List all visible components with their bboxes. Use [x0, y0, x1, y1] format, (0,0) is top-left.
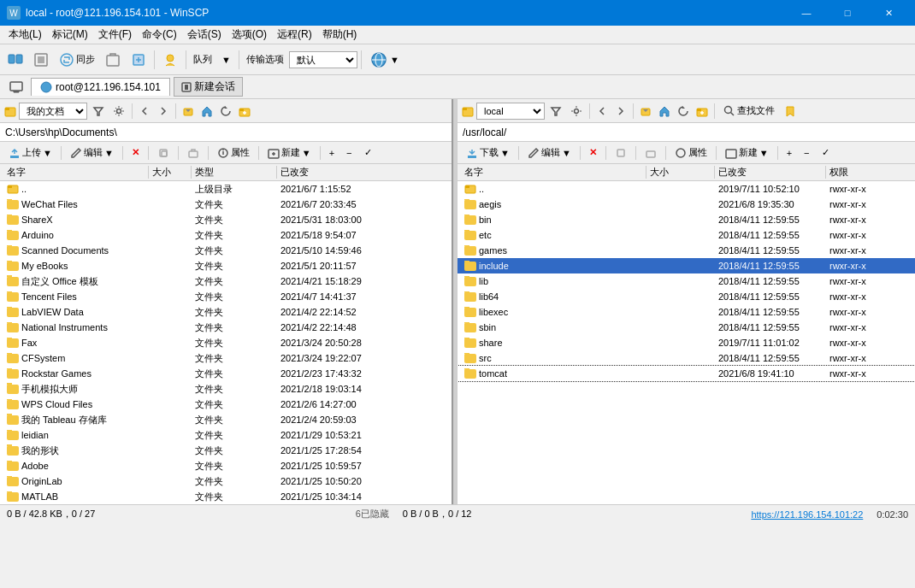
right-file-row[interactable]: lib642018/4/11 12:59:55rwxr-xr-x: [458, 289, 915, 304]
right-remove-button[interactable]: −: [799, 144, 814, 162]
right-col-name[interactable]: 名字: [461, 166, 646, 179]
toolbar-btn5[interactable]: [158, 49, 182, 71]
left-properties-button[interactable]: 属性: [212, 144, 255, 162]
left-file-row[interactable]: ..上级目录2021/6/7 1:15:52: [0, 181, 452, 197]
right-file-row[interactable]: bin2018/4/11 12:59:55rwxr-xr-x: [458, 212, 915, 227]
toolbar-btn2[interactable]: [29, 49, 53, 71]
left-col-date[interactable]: 已改变: [277, 166, 388, 179]
left-home-btn[interactable]: [198, 103, 215, 120]
left-refresh-btn[interactable]: [217, 103, 234, 120]
left-new-button[interactable]: 新建 ▼: [263, 144, 316, 162]
right-file-row[interactable]: etc2018/4/11 12:59:55rwxr-xr-x: [458, 227, 915, 243]
right-check-button[interactable]: ✓: [817, 144, 835, 162]
find-files-button[interactable]: 查找文件: [718, 103, 780, 120]
toolbar-btn1[interactable]: [3, 49, 27, 71]
globe-button[interactable]: ▼: [365, 49, 404, 71]
right-copy-button[interactable]: [610, 144, 632, 162]
menu-remote[interactable]: 远程(R): [272, 26, 317, 44]
left-file-row[interactable]: Adobe文件夹2021/1/25 10:59:57: [0, 458, 452, 473]
left-file-row[interactable]: Tencent Files文件夹2021/4/7 14:41:37: [0, 289, 452, 304]
left-file-row[interactable]: My eBooks文件夹2021/5/1 20:11:57: [0, 258, 452, 273]
left-file-row[interactable]: Rockstar Games文件夹2021/2/23 17:43:32: [0, 366, 452, 381]
left-file-row[interactable]: CFSystem文件夹2021/3/24 19:22:07: [0, 350, 452, 366]
right-col-date[interactable]: 已改变: [715, 166, 826, 179]
left-file-row[interactable]: 手机模拟大师文件夹2021/2/18 19:03:14: [0, 381, 452, 397]
left-col-type[interactable]: 类型: [192, 166, 277, 179]
left-back-btn[interactable]: [136, 103, 153, 120]
left-file-row[interactable]: WPS Cloud Files文件夹2021/2/6 14:27:00: [0, 397, 452, 412]
left-edit-button[interactable]: 编辑 ▼: [65, 144, 119, 162]
minimize-button[interactable]: —: [787, 0, 826, 26]
menu-local[interactable]: 本地(L): [3, 26, 47, 44]
left-settings-btn[interactable]: [109, 102, 128, 121]
right-file-row[interactable]: ..2019/7/11 10:52:10rwxr-xr-x: [458, 181, 915, 197]
download-button[interactable]: 下载 ▼: [461, 144, 515, 162]
left-path-dropdown[interactable]: 我的文档: [19, 103, 87, 120]
left-delete-button[interactable]: ✕: [127, 144, 145, 162]
menu-command[interactable]: 命令(C): [137, 26, 182, 44]
left-file-row[interactable]: OriginLab文件夹2021/1/25 10:50:20: [0, 473, 452, 489]
right-filter-btn[interactable]: [546, 102, 565, 121]
right-path-dropdown[interactable]: local: [476, 103, 545, 120]
right-file-list[interactable]: 名字 大小 已改变 权限 ..2019/7/11 10:52:10rwxr-xr…: [458, 164, 915, 504]
right-new-button[interactable]: 新建 ▼: [720, 144, 774, 162]
right-delete-button[interactable]: ✕: [584, 144, 602, 162]
right-move-button[interactable]: [640, 144, 662, 162]
maximize-button[interactable]: □: [828, 0, 867, 26]
right-file-row[interactable]: aegis2021/6/8 19:35:30rwxr-xr-x: [458, 197, 915, 212]
menu-help[interactable]: 帮助(H): [317, 26, 363, 44]
right-forward-btn[interactable]: [612, 103, 629, 120]
right-file-row[interactable]: include2018/4/11 12:59:55rwxr-xr-x: [458, 258, 915, 273]
queue-dropdown[interactable]: ▼: [217, 49, 235, 71]
left-file-row[interactable]: Arduino文件夹2021/5/18 9:54:07: [0, 227, 452, 243]
left-copy-button[interactable]: [152, 144, 174, 162]
right-add-button[interactable]: +: [782, 144, 797, 162]
right-up-btn[interactable]: [637, 103, 654, 120]
right-file-row[interactable]: share2019/7/11 11:01:02rwxr-xr-x: [458, 335, 915, 350]
left-file-row[interactable]: Fax文件夹2021/3/24 20:50:28: [0, 335, 452, 350]
right-settings-btn[interactable]: [567, 102, 586, 121]
right-back-btn[interactable]: [593, 103, 611, 120]
right-col-perm[interactable]: 权限: [826, 166, 912, 179]
left-file-row[interactable]: 我的形状文件夹2021/1/25 17:28:54: [0, 443, 452, 458]
right-properties-button[interactable]: 属性: [670, 144, 712, 162]
left-file-row[interactable]: Scanned Documents文件夹2021/5/10 14:59:46: [0, 243, 452, 258]
sftp-link[interactable]: https://121.196.154.101:22: [744, 509, 870, 520]
right-file-row[interactable]: src2018/4/11 12:59:55rwxr-xr-x: [458, 350, 915, 366]
left-file-row[interactable]: National Instruments文件夹2021/4/2 22:14:48: [0, 320, 452, 335]
right-bookmark-btn[interactable]: [782, 103, 799, 120]
menu-file[interactable]: 文件(F): [93, 26, 137, 44]
right-refresh-btn[interactable]: [675, 103, 692, 120]
left-file-row[interactable]: LabVIEW Data文件夹2021/4/2 22:14:52: [0, 304, 452, 320]
left-file-row[interactable]: MATLAB文件夹2021/1/25 10:34:14: [0, 489, 452, 504]
menu-options[interactable]: 选项(O): [227, 26, 272, 44]
left-file-row[interactable]: leidian文件夹2021/1/29 10:53:21: [0, 427, 452, 443]
toolbar-btn4[interactable]: [127, 49, 151, 71]
new-session-button[interactable]: 新建会话: [174, 77, 243, 97]
transfer-dropdown[interactable]: 默认: [289, 51, 357, 68]
left-file-row[interactable]: 我的 Tableau 存储库文件夹2021/2/4 20:59:03: [0, 412, 452, 427]
left-filter-btn[interactable]: [89, 102, 108, 121]
left-remove-button[interactable]: −: [341, 144, 357, 162]
right-edit-button[interactable]: 编辑 ▼: [522, 144, 576, 162]
left-move-button[interactable]: [182, 144, 204, 162]
left-up-btn[interactable]: [180, 103, 197, 120]
left-file-list[interactable]: 名字 大小 类型 已改变 ..上级目录2021/6/7 1:15:52WeCha…: [0, 164, 452, 504]
left-file-row[interactable]: WeChat Files文件夹2021/6/7 20:33:45: [0, 197, 452, 212]
close-button[interactable]: ✕: [869, 0, 908, 26]
toolbar-btn3[interactable]: [101, 49, 125, 71]
left-col-name[interactable]: 名字: [3, 166, 149, 179]
sync-button[interactable]: 同步: [55, 49, 99, 71]
right-file-row[interactable]: lib2018/4/11 12:59:55rwxr-xr-x: [458, 273, 915, 289]
right-file-row[interactable]: libexec2018/4/11 12:59:55rwxr-xr-x: [458, 304, 915, 320]
left-check-button[interactable]: ✓: [359, 144, 377, 162]
right-new-folder-btn[interactable]: [694, 103, 711, 120]
upload-button[interactable]: 上传 ▼: [3, 144, 57, 162]
right-home-btn[interactable]: [656, 103, 673, 120]
right-file-row[interactable]: tomcat2021/6/8 19:41:10rwxr-xr-x: [458, 366, 915, 381]
left-file-row[interactable]: ShareX文件夹2021/5/31 18:03:00: [0, 212, 452, 227]
menu-mark[interactable]: 标记(M): [47, 26, 93, 44]
right-col-size[interactable]: 大小: [646, 166, 715, 179]
left-add-button[interactable]: +: [324, 144, 339, 162]
session-tab[interactable]: root@121.196.154.101: [31, 78, 170, 96]
